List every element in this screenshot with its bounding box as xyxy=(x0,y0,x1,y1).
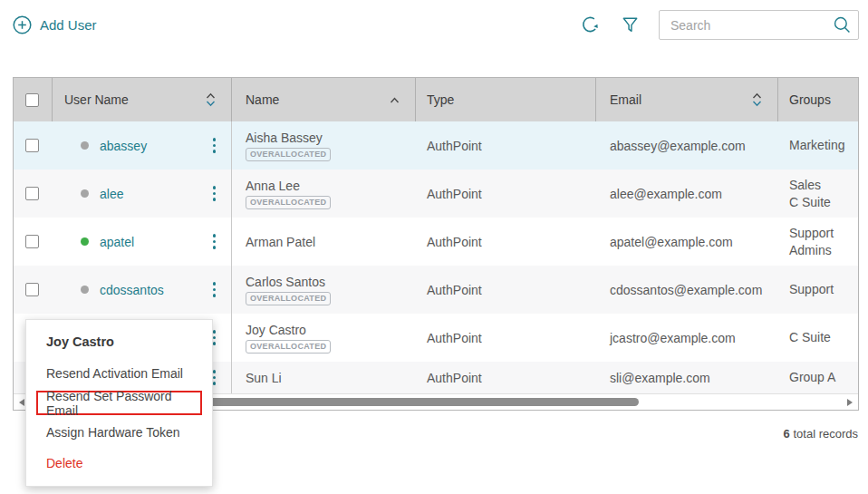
row-menu-kebab-icon[interactable] xyxy=(210,279,219,300)
overallocated-badge: OVERALLOCATED xyxy=(246,292,331,305)
type-cell: AuthPoint xyxy=(416,314,596,362)
name-cell: Joy Castro OVERALLOCATED xyxy=(232,314,416,362)
context-menu-item[interactable]: Resend Activation Email xyxy=(26,358,212,389)
filter-icon xyxy=(620,15,641,35)
name-cell: Arman Patel xyxy=(232,218,416,266)
select-all-checkbox[interactable] xyxy=(25,93,39,107)
table-row: alee Anna Lee OVERALLOCATED AuthPoint al… xyxy=(14,170,858,218)
search-icon[interactable] xyxy=(833,15,852,34)
username-link[interactable]: apatel xyxy=(100,235,134,249)
context-menu-item[interactable]: Assign Hardware Token xyxy=(26,417,212,448)
email-cell: alee@example.com xyxy=(596,170,778,218)
username-link[interactable]: alee xyxy=(100,187,123,201)
row-checkbox-cell xyxy=(14,218,53,266)
add-user-label: Add User xyxy=(40,17,97,33)
row-checkbox[interactable] xyxy=(25,187,39,200)
full-name: Anna Lee xyxy=(246,179,300,193)
group-name: C Suite xyxy=(789,329,831,346)
context-menu-title: Joy Castro xyxy=(26,324,212,358)
column-header[interactable]: Type xyxy=(416,78,596,121)
type-cell: AuthPoint xyxy=(416,266,596,314)
email-cell: apatel@example.com xyxy=(596,218,778,266)
select-all-cell xyxy=(14,78,53,121)
groups-cell: Support xyxy=(778,266,858,314)
scroll-left-icon[interactable] xyxy=(19,399,24,406)
full-name: Aisha Bassey xyxy=(246,131,323,145)
status-dot xyxy=(81,141,89,150)
filter-button[interactable] xyxy=(620,15,641,35)
search-input[interactable] xyxy=(659,10,859,40)
search-box xyxy=(659,10,859,40)
full-name: Arman Patel xyxy=(246,235,315,249)
column-header-label: Groups xyxy=(789,92,831,107)
type-cell: AuthPoint xyxy=(416,170,596,218)
email-cell: sli@example.com xyxy=(596,362,778,393)
refresh-button[interactable] xyxy=(579,14,602,36)
total-records: 6 total records xyxy=(784,427,858,441)
overallocated-badge: OVERALLOCATED xyxy=(246,340,331,354)
group-name: Admins xyxy=(789,242,832,259)
plus-circle-icon xyxy=(13,15,32,34)
add-user-button[interactable]: Add User xyxy=(13,15,97,34)
record-count: 6 xyxy=(784,427,790,441)
scroll-right-icon[interactable] xyxy=(847,399,853,406)
column-header[interactable]: Email xyxy=(596,78,778,121)
table-row: abassey Aisha Bassey OVERALLOCATED AuthP… xyxy=(14,121,858,170)
groups-cell: Sales C Suite xyxy=(778,170,858,218)
type-cell: AuthPoint xyxy=(416,218,596,266)
column-header[interactable]: Groups xyxy=(778,78,858,121)
column-header-label: Type xyxy=(427,92,454,107)
group-name: Marketing xyxy=(789,137,844,154)
username-link[interactable]: cdossantos xyxy=(100,283,164,297)
table-row: apatel Arman Patel AuthPoint apatel@exam… xyxy=(14,218,858,266)
group-name: Support xyxy=(789,281,834,298)
name-cell: Aisha Bassey OVERALLOCATED xyxy=(232,121,416,170)
sort-asc-icon xyxy=(389,96,400,104)
column-header-label: User Name xyxy=(64,92,129,107)
column-header-label: Name xyxy=(246,92,279,107)
column-header[interactable]: User Name xyxy=(53,78,232,121)
group-name: C Suite xyxy=(789,194,831,211)
context-menu-item[interactable]: Delete xyxy=(26,448,212,479)
full-name: Joy Castro xyxy=(246,323,306,337)
record-count-label: total records xyxy=(790,427,858,441)
username-cell: cdossantos xyxy=(53,266,232,314)
email-cell: cdossantos@example.com xyxy=(596,266,778,314)
status-dot xyxy=(81,286,89,294)
row-menu-kebab-icon[interactable] xyxy=(210,183,219,204)
type-cell: AuthPoint xyxy=(416,121,596,170)
status-dot xyxy=(81,237,89,246)
column-header-label: Email xyxy=(610,92,641,107)
status-dot xyxy=(81,189,89,198)
group-name: Sales xyxy=(789,177,821,194)
username-cell: alee xyxy=(53,170,232,218)
groups-cell: Group A xyxy=(778,362,858,393)
row-menu-kebab-icon[interactable] xyxy=(210,231,219,252)
context-menu-item[interactable]: Resend Set Password Email xyxy=(36,391,202,415)
groups-cell: C Suite xyxy=(778,314,858,362)
row-checkbox[interactable] xyxy=(25,139,39,152)
refresh-icon xyxy=(579,14,602,36)
row-checkbox-cell xyxy=(14,266,53,314)
table-row: cdossantos Carlos Santos OVERALLOCATED A… xyxy=(14,266,858,314)
overallocated-badge: OVERALLOCATED xyxy=(246,196,331,209)
row-menu-kebab-icon[interactable] xyxy=(210,135,219,156)
name-cell: Anna Lee OVERALLOCATED xyxy=(232,170,416,218)
email-cell: jcastro@example.com xyxy=(596,314,778,362)
username-link[interactable]: abassey xyxy=(100,139,147,153)
type-cell: AuthPoint xyxy=(416,362,596,393)
row-checkbox[interactable] xyxy=(25,283,39,296)
toolbar: Add User xyxy=(0,0,868,53)
group-name: Group A xyxy=(789,369,835,386)
row-checkbox-cell xyxy=(14,121,53,170)
group-name: Support xyxy=(789,225,834,242)
groups-cell: Marketing xyxy=(778,121,858,170)
username-cell: apatel xyxy=(53,218,232,266)
sort-both-icon xyxy=(751,92,763,108)
username-cell: abassey xyxy=(53,121,232,170)
row-checkbox[interactable] xyxy=(25,235,39,248)
column-header[interactable]: Name xyxy=(232,78,416,121)
email-cell: abassey@example.com xyxy=(596,121,778,170)
row-checkbox-cell xyxy=(14,170,53,218)
groups-cell: Support Admins xyxy=(778,218,858,266)
